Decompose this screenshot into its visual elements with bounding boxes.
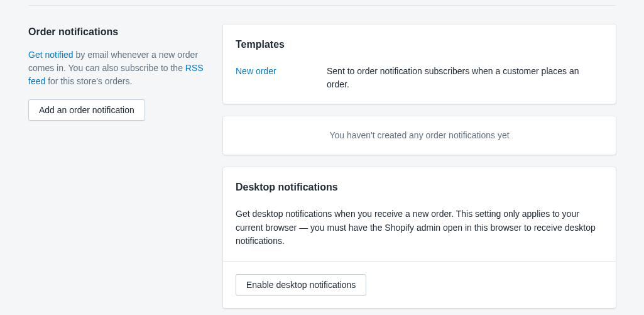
sidebar-heading: Order notifications — [28, 25, 204, 40]
desktop-heading: Desktop notifications — [236, 180, 603, 195]
template-description: Sent to order notification subscribers w… — [327, 65, 603, 91]
desktop-description: Get desktop notifications when you recei… — [236, 207, 603, 248]
settings-section: Order notifications Get notified by emai… — [0, 6, 644, 315]
add-order-notification-button[interactable]: Add an order notification — [28, 99, 145, 121]
desktop-notifications-card: Desktop notifications Get desktop notifi… — [223, 167, 616, 308]
templates-card: Templates New order Sent to order notifi… — [223, 25, 616, 104]
sidebar: Order notifications Get notified by emai… — [28, 25, 204, 308]
templates-heading: Templates — [236, 37, 603, 52]
empty-notifications-card: You haven't created any order notificati… — [223, 116, 616, 155]
sidebar-description: Get notified by email whenever a new ord… — [28, 48, 204, 88]
main-content: Templates New order Sent to order notifi… — [223, 25, 616, 308]
empty-state-text: You haven't created any order notificati… — [223, 116, 616, 155]
sidebar-desc-text-2: for this store's orders. — [45, 76, 132, 86]
template-new-order-link[interactable]: New order — [236, 65, 314, 78]
template-row: New order Sent to order notification sub… — [236, 65, 603, 91]
get-notified-link[interactable]: Get notified — [28, 50, 74, 60]
enable-desktop-notifications-button[interactable]: Enable desktop notifications — [236, 274, 366, 296]
